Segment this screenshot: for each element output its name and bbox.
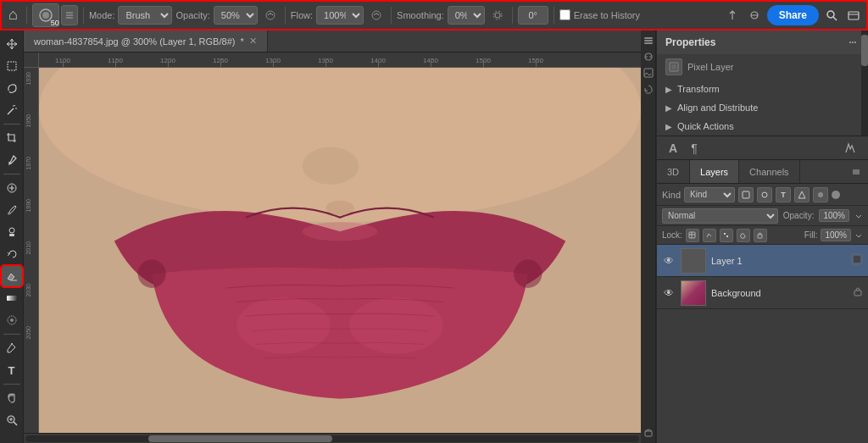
tool-marquee[interactable] [2, 56, 22, 76]
blend-mode-select[interactable]: Normal [662, 208, 778, 224]
lock-brush-btn[interactable] [703, 229, 716, 242]
type-icon: T [8, 364, 15, 377]
lips-svg [39, 68, 641, 433]
opacity-dynamics-button[interactable] [261, 8, 280, 23]
tool-type[interactable]: T [2, 360, 22, 380]
canvas-image[interactable] [39, 68, 641, 433]
align-row[interactable]: ▶ Align and Distribute [657, 98, 868, 117]
filter-smart-btn[interactable] [813, 187, 828, 202]
tool-magic-wand[interactable] [2, 100, 22, 120]
smoothing-select[interactable]: 0% [448, 6, 485, 25]
share-button[interactable]: Share [767, 5, 819, 25]
tool-move[interactable] [2, 34, 22, 54]
align-button[interactable] [745, 8, 764, 23]
lock-pixels-btn[interactable] [686, 229, 699, 242]
panel-text-button[interactable]: A [665, 140, 681, 157]
quick-actions-arrow: ▶ [665, 122, 672, 131]
tool-hand[interactable] [2, 388, 22, 408]
stamp-icon [6, 226, 18, 238]
filter-toggle-dot[interactable] [832, 191, 840, 199]
filter-type-btn[interactable]: T [776, 187, 791, 202]
opacity-select[interactable]: 50% [214, 6, 258, 25]
svg-point-35 [303, 222, 378, 241]
tool-brush[interactable] [2, 200, 22, 220]
filter-shape-btn[interactable] [794, 187, 810, 202]
opacity-value[interactable]: 100% [819, 209, 849, 222]
adjust-mini-icon [643, 52, 654, 62]
search-button[interactable] [822, 8, 841, 23]
brush-tool-icon [6, 204, 18, 216]
window-button[interactable] [844, 8, 863, 23]
lock-artboard-btn[interactable] [720, 229, 733, 242]
horizontal-scrollbar[interactable] [24, 433, 641, 443]
mini-layers-button[interactable] [642, 34, 655, 47]
pixel-layer-label: Pixel Layer [687, 62, 733, 72]
filter-pixel-btn[interactable] [738, 187, 754, 202]
mini-adjustments-button[interactable] [642, 50, 655, 64]
fill-mini-icon [643, 68, 654, 78]
tool-crop[interactable] [2, 128, 22, 148]
smoothing-settings-button[interactable] [488, 8, 507, 23]
pen-icon [6, 342, 18, 354]
scrollbar-thumb[interactable] [148, 435, 332, 442]
tool-stamp[interactable] [2, 222, 22, 242]
background-visibility-toggle[interactable]: 👁 [662, 286, 676, 300]
tool-zoom[interactable] [2, 410, 22, 430]
svg-point-2 [266, 11, 275, 19]
document-tab[interactable]: woman-4837854.jpg @ 300% (Layer 1, RGB/8… [24, 30, 268, 52]
filter-adj-btn[interactable] [757, 187, 772, 202]
mini-fill-button[interactable] [642, 66, 655, 80]
properties-scroll-thumb [861, 35, 868, 66]
ruler-tick-1100 [63, 60, 64, 67]
quick-actions-row[interactable]: ▶ Quick Actions [657, 117, 868, 136]
erase-history-checkbox-label[interactable]: Erase to History [559, 9, 640, 20]
tab-layers[interactable]: Layers [690, 160, 739, 183]
right-panels: Properties [656, 30, 868, 443]
erase-history-checkbox[interactable] [559, 9, 570, 20]
ruler-tick-1500 [483, 60, 484, 67]
angle-input[interactable] [518, 6, 548, 25]
erase-history-label: Erase to History [574, 10, 640, 20]
layer1-visibility-toggle[interactable]: 👁 [662, 254, 676, 268]
home-button[interactable]: ⌂ [5, 6, 21, 24]
brush-size-label: 50 [51, 19, 59, 27]
mini-history-button[interactable] [642, 82, 655, 96]
scrollbar-track[interactable] [25, 435, 639, 442]
flow-dynamics-button[interactable] [367, 8, 386, 23]
properties-panel: Properties [657, 30, 868, 136]
ruler-left: 1930 1950 1970 1990 2010 2030 2050 [24, 68, 39, 433]
tool-eraser[interactable] [2, 266, 22, 286]
mini-3d-button[interactable] [642, 426, 655, 440]
mode-select[interactable]: Brush [118, 6, 172, 25]
tab-3d[interactable]: 3D [657, 160, 690, 183]
tab-channels[interactable]: Channels [739, 160, 799, 183]
tool-history-brush[interactable] [2, 244, 22, 264]
panel-paragraph-button[interactable]: ¶ [687, 140, 701, 157]
quick-actions-label: Quick Actions [677, 121, 734, 131]
layer-row-layer1[interactable]: 👁 Layer 1 [657, 245, 868, 277]
tool-blur[interactable] [2, 310, 22, 330]
symmetry-button[interactable] [723, 8, 742, 23]
tool-gradient[interactable] [2, 288, 22, 308]
svg-point-25 [11, 343, 13, 345]
lock-all-btn[interactable] [754, 229, 767, 242]
tool-lasso[interactable] [2, 78, 22, 98]
tab-bar: woman-4837854.jpg @ 300% (Layer 1, RGB/8… [24, 30, 641, 53]
tool-eyedropper[interactable] [2, 150, 22, 170]
properties-menu-button[interactable] [846, 36, 860, 49]
lock-all-icon [756, 231, 764, 239]
transform-row[interactable]: ▶ Transform [657, 80, 868, 98]
panel-fx-button[interactable] [841, 141, 860, 156]
tab-close-button[interactable]: ✕ [249, 36, 257, 47]
tool-heal[interactable] [2, 178, 22, 198]
layer-row-background[interactable]: 👁 Background [657, 277, 868, 309]
flow-select[interactable]: 100% [316, 6, 364, 25]
fill-value[interactable]: 100% [821, 229, 851, 241]
properties-scrollbar[interactable] [861, 30, 868, 136]
flow-label: Flow: [291, 10, 313, 20]
filter-type-select[interactable]: Kind [684, 187, 735, 202]
tool-pen[interactable] [2, 338, 22, 358]
layers-menu-button[interactable] [849, 165, 863, 179]
lock-position-btn[interactable] [737, 229, 750, 242]
brush-settings-button[interactable] [61, 5, 78, 25]
